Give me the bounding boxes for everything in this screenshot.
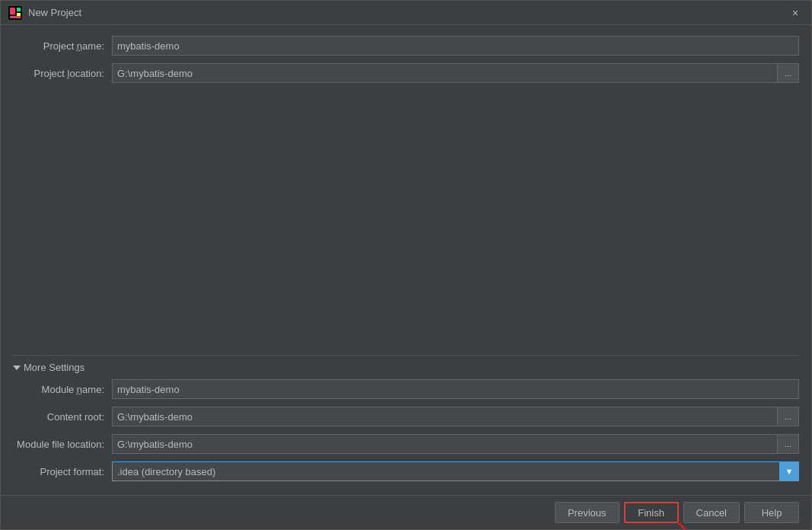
project-location-input-wrapper: ... [112,63,799,83]
svg-rect-2 [10,16,21,18]
content-root-input[interactable] [112,407,778,426]
svg-marker-5 [13,366,21,370]
project-format-select-wrapper: .idea (directory based) .ipr (file based… [112,461,799,481]
module-file-location-row: Module file location: ... [13,434,799,454]
content-spacer [13,91,799,352]
module-name-input[interactable] [112,379,799,399]
project-name-input[interactable] [112,36,799,56]
content-root-browse-button[interactable]: ... [778,407,799,426]
module-name-row: Module name: [13,379,799,399]
help-button[interactable]: Help [744,502,799,523]
more-settings-chevron-icon [13,364,21,372]
app-icon [8,6,22,20]
project-format-row: Project format: .idea (directory based) … [13,461,799,481]
svg-line-6 [677,522,688,530]
module-name-label: Module name: [13,384,112,395]
content-root-input-wrapper: ... [112,407,799,426]
content-root-label: Content root: [13,411,112,423]
module-file-location-browse-button[interactable]: ... [778,434,799,454]
content-root-row: Content root: ... [13,407,799,426]
dialog-title: New Project [28,7,81,18]
finish-button[interactable]: Finish [624,502,679,523]
bottom-bar: Previous Finish Cancel Help [1,495,811,529]
project-name-label: Project name: [13,40,112,52]
svg-rect-1 [10,8,15,14]
close-button[interactable]: × [787,5,804,21]
previous-button[interactable]: Previous [555,502,619,523]
title-bar-left: New Project [8,6,81,20]
project-format-label: Project format: [13,466,112,477]
dialog-content: Project name: Project location: ... More… [1,25,811,495]
more-settings-fields: Module name: Content root: ... [13,379,799,489]
project-location-input[interactable] [112,63,778,83]
more-settings-label: More Settings [24,362,84,373]
finish-arrow-indicator [674,519,696,530]
title-bar: New Project × [1,1,811,25]
project-location-label: Project location: [13,68,112,79]
project-format-select[interactable]: .idea (directory based) .ipr (file based… [112,461,799,481]
svg-rect-4 [17,13,21,16]
module-file-location-input-wrapper: ... [112,434,799,454]
project-name-row: Project name: [13,36,799,56]
project-location-browse-button[interactable]: ... [778,63,799,83]
svg-rect-3 [17,8,21,11]
project-location-row: Project location: ... [13,63,799,83]
more-settings-section: More Settings Module name: Content root: [13,355,799,489]
new-project-dialog: New Project × Project name: Project loca… [0,0,812,530]
module-file-location-input[interactable] [112,434,778,454]
more-settings-toggle[interactable]: More Settings [13,362,799,379]
module-file-location-label: Module file location: [13,439,112,450]
